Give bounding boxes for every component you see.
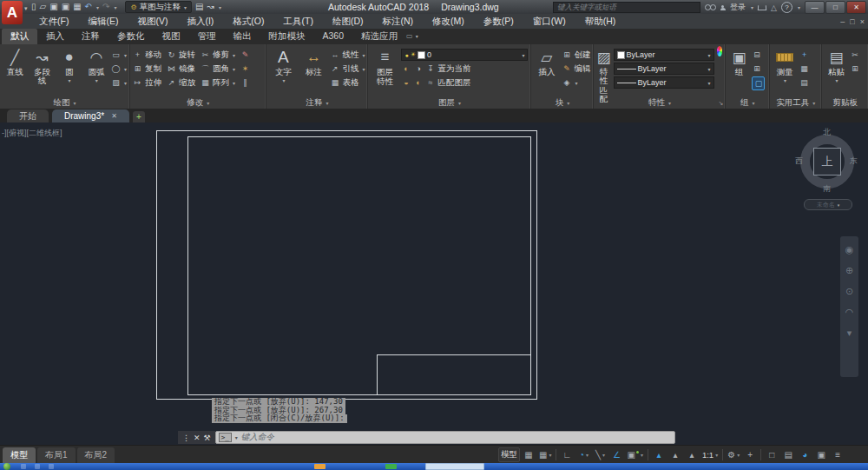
- clean-screen-button[interactable]: ▣: [813, 448, 829, 461]
- menu-7[interactable]: 标注(N): [373, 14, 424, 29]
- measure-button[interactable]: 测量 ▾: [773, 46, 797, 83]
- workspace-switching-button[interactable]: ⚙▾: [726, 448, 741, 461]
- polar-tracking-toggle[interactable]: ◔▾: [575, 448, 591, 461]
- menu-6[interactable]: 绘图(D): [323, 14, 373, 29]
- autoscale-toggle[interactable]: ▴: [667, 448, 683, 461]
- nav-orbit-icon[interactable]: ◠: [845, 308, 854, 317]
- file-tab-start[interactable]: 开始: [7, 109, 49, 122]
- quick-calc-button[interactable]: ▦: [799, 63, 809, 75]
- text-button[interactable]: A 文字 ▾: [269, 46, 297, 83]
- ribbon-tab-0[interactable]: 默认: [2, 29, 37, 44]
- redo-icon[interactable]: ↷: [102, 3, 109, 11]
- signin-dropdown-icon[interactable]: ▾: [751, 4, 753, 10]
- hatch-button[interactable]: ▨▾: [111, 76, 127, 89]
- erase-button[interactable]: ✎: [240, 49, 250, 61]
- viewcube-top-face[interactable]: 上: [813, 148, 841, 175]
- create-block-button[interactable]: ⊞创建: [562, 49, 590, 61]
- nav-zoom-icon[interactable]: ⊙: [845, 287, 853, 296]
- taskbar-pinned-icon[interactable]: [35, 464, 40, 469]
- ribbon-tab-7[interactable]: 附加模块: [260, 29, 314, 44]
- menu-9[interactable]: 参数(P): [474, 14, 523, 29]
- search-input[interactable]: 键入关键字或短语: [553, 2, 700, 13]
- annotation-scale-icon[interactable]: ▴: [684, 448, 700, 461]
- object-color-select[interactable]: ByLayer ▾: [614, 49, 714, 61]
- command-customize-icon[interactable]: ⚒: [204, 434, 211, 442]
- panel-label-annotation[interactable]: 注释▾: [266, 97, 367, 109]
- linetype-select[interactable]: ByLayer ▾: [614, 76, 714, 89]
- doc-restore-icon[interactable]: □: [850, 17, 854, 26]
- leader-button[interactable]: ↗引线▾: [330, 63, 365, 75]
- panel-label-utilities[interactable]: 实用工具▾: [770, 97, 821, 109]
- group-selection-toggle[interactable]: ▢: [752, 76, 765, 90]
- isometric-drafting-toggle[interactable]: ╲▾: [592, 448, 608, 461]
- id-point-button[interactable]: +: [799, 49, 809, 61]
- ribbon-tab-9[interactable]: 精选应用: [352, 29, 406, 44]
- explode-button[interactable]: ✶: [240, 63, 250, 75]
- doc-close-icon[interactable]: ×: [860, 17, 865, 26]
- viewcube-east-label[interactable]: 东: [850, 156, 858, 167]
- menu-3[interactable]: 插入(I): [177, 14, 223, 29]
- menu-1[interactable]: 编辑(E): [78, 14, 128, 29]
- lineweight-select[interactable]: ByLayer ▾: [614, 63, 714, 75]
- command-close-icon[interactable]: ✕: [194, 434, 201, 442]
- a360-icon[interactable]: △: [771, 3, 777, 12]
- menu-0[interactable]: 文件(F): [30, 14, 78, 29]
- sign-in-button[interactable]: 登录: [730, 2, 746, 13]
- nav-pan-icon[interactable]: ⊕: [845, 266, 853, 275]
- ribbon-tab-3[interactable]: 参数化: [108, 29, 154, 44]
- layout-tab-2[interactable]: 布局2: [77, 447, 115, 463]
- taskbar-pinned-icon[interactable]: [49, 464, 54, 469]
- object-snap-toggle[interactable]: ▣▾: [625, 448, 644, 461]
- new-drawing-tab-button[interactable]: +: [133, 111, 145, 122]
- ellipse-button[interactable]: ◯▾: [111, 63, 127, 75]
- viewcube-west-label[interactable]: 西: [795, 156, 803, 167]
- arc-button[interactable]: ◠ 圆弧 ▾: [84, 46, 108, 83]
- paste-button[interactable]: ▤ 粘贴 ▾: [825, 46, 847, 83]
- menu-4[interactable]: 格式(O): [223, 14, 273, 29]
- match-properties-button[interactable]: ▨ 特性 匹配: [596, 46, 610, 103]
- rectangle-button[interactable]: ▭▾: [111, 49, 127, 61]
- mirror-button[interactable]: ⋈镜像: [167, 63, 195, 75]
- ribbon-tab-4[interactable]: 视图: [154, 29, 189, 44]
- cut-button[interactable]: ✂: [850, 49, 859, 61]
- viewcube[interactable]: 上 北 西 东 南: [794, 129, 860, 199]
- panel-label-draw[interactable]: 绘图▾: [0, 97, 129, 109]
- ribbon-tab-1[interactable]: 插入: [37, 29, 73, 44]
- plot-icon[interactable]: ▦: [73, 3, 81, 11]
- fillet-button[interactable]: ⌒圆角▾: [201, 63, 235, 75]
- panel-label-group[interactable]: 组▾: [726, 97, 769, 109]
- command-input[interactable]: >_ ▾ 键入命令: [215, 431, 675, 444]
- annotation-monitor-button[interactable]: +: [742, 448, 758, 461]
- start-button[interactable]: [3, 463, 10, 470]
- circle-button[interactable]: ● 圆 ▾: [57, 46, 82, 83]
- hardware-acceleration-button[interactable]: ◕: [797, 448, 812, 461]
- match-layer-button[interactable]: ◒ ◐ ≈ 匹配图层: [401, 76, 528, 89]
- taskbar-active-window-button[interactable]: [425, 463, 484, 470]
- minimize-button[interactable]: —: [805, 1, 825, 14]
- layout-tab-1[interactable]: 布局1: [37, 447, 76, 463]
- rotate-button[interactable]: ↻旋转: [167, 49, 195, 61]
- trim-button[interactable]: ✂修剪▾: [201, 49, 235, 61]
- drawing-canvas[interactable]: -][俯视][二维线框] 上 北 西 东 南 未命名 ▾ ◉ ⊕ ⊙ ◠ ▾ 指…: [0, 122, 868, 445]
- annotation-visibility-toggle[interactable]: ▴: [651, 448, 667, 461]
- menu-8[interactable]: 修改(M): [423, 14, 474, 29]
- annotation-scale-value[interactable]: 1:1▾: [700, 448, 720, 461]
- set-current-layer-button[interactable]: ◐ ◑ ↧ 置为当前: [401, 63, 528, 75]
- open-file-icon[interactable]: ▱: [40, 3, 47, 11]
- layer-select[interactable]: ● ☀ 0 ▾: [401, 49, 528, 61]
- taskbar-pinned-icon[interactable]: [21, 464, 26, 469]
- offset-button[interactable]: ∥: [240, 76, 250, 89]
- insert-block-button[interactable]: ▱ 插入: [534, 46, 559, 76]
- help-icon[interactable]: ?: [781, 2, 792, 13]
- nav-wheel-icon[interactable]: ◉: [845, 245, 854, 255]
- qat-share-icon[interactable]: ↝: [207, 3, 214, 11]
- undo-icon[interactable]: ↶: [85, 3, 92, 11]
- taskbar-app-orange[interactable]: [314, 464, 326, 469]
- table-button[interactable]: ▦表格: [330, 76, 365, 89]
- line-button[interactable]: ╱ 直线: [3, 46, 27, 76]
- nav-more-icon[interactable]: ▾: [847, 328, 852, 338]
- save-icon[interactable]: ▣: [49, 3, 57, 11]
- qat-extra-icon[interactable]: ▤: [195, 3, 203, 11]
- ribbon-tab-5[interactable]: 管理: [189, 29, 225, 44]
- viewcube-ucs-menu[interactable]: 未命名 ▾: [804, 199, 852, 210]
